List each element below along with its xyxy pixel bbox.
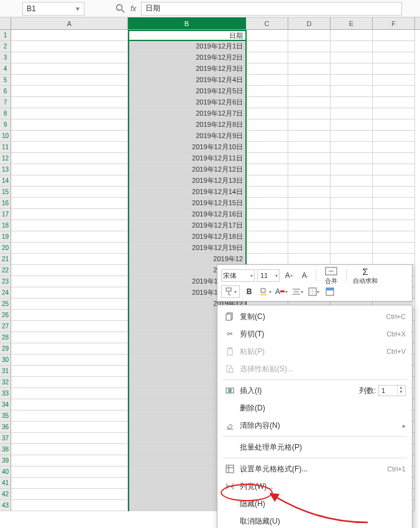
cell[interactable] <box>373 209 415 220</box>
row-header[interactable]: 20 <box>0 243 11 254</box>
cell[interactable] <box>11 489 128 500</box>
cell[interactable] <box>11 422 128 433</box>
cell[interactable] <box>331 209 373 220</box>
row-header[interactable]: 21 <box>0 254 11 265</box>
cell[interactable] <box>246 75 288 86</box>
cell[interactable] <box>11 198 128 209</box>
row-header[interactable]: 17 <box>0 209 11 220</box>
cell[interactable] <box>11 332 128 343</box>
cell[interactable] <box>11 41 128 52</box>
cell[interactable] <box>288 220 331 231</box>
row-header[interactable]: 38 <box>0 444 11 455</box>
cell[interactable] <box>288 97 331 108</box>
cell[interactable] <box>331 231 373 243</box>
cell[interactable] <box>11 366 128 377</box>
row-header[interactable]: 11 <box>0 142 11 153</box>
cell[interactable] <box>11 321 128 332</box>
cell[interactable]: 2019年12月8日 <box>128 119 246 131</box>
cell[interactable] <box>373 52 415 63</box>
cell[interactable] <box>11 287 128 299</box>
cell[interactable]: 2019年12月1日 <box>128 41 246 52</box>
cell[interactable] <box>11 243 128 254</box>
menu-cut[interactable]: ✂ 剪切(T) Ctrl+X <box>217 325 412 343</box>
row-header[interactable]: 35 <box>0 410 11 422</box>
cell[interactable] <box>11 30 128 41</box>
cell[interactable]: 2019年12月17日 <box>128 220 246 231</box>
cell[interactable]: 2019年12月5日 <box>128 86 246 97</box>
cell[interactable] <box>11 343 128 354</box>
menu-format-cells[interactable]: 设置单元格格式(F)... Ctrl+1 <box>217 460 412 478</box>
row-header[interactable]: 1 <box>0 30 11 41</box>
menu-hide[interactable]: 隐藏(H) <box>217 495 412 512</box>
cell[interactable] <box>11 63 128 75</box>
cell[interactable] <box>331 108 373 119</box>
cell[interactable] <box>331 97 373 108</box>
row-header[interactable]: 19 <box>0 231 11 243</box>
table-style-button[interactable] <box>323 285 337 298</box>
active-cell[interactable]: 日期 <box>128 30 247 41</box>
cell[interactable]: 2019年12月9日 <box>128 131 246 142</box>
cell[interactable] <box>331 198 373 209</box>
row-header[interactable]: 7 <box>0 97 11 108</box>
name-box-dropdown-icon[interactable]: ▾ <box>74 4 80 13</box>
row-header[interactable]: 14 <box>0 175 11 187</box>
row-header[interactable]: 8 <box>0 108 11 119</box>
row-header[interactable]: 18 <box>0 220 11 231</box>
cell[interactable] <box>331 254 373 265</box>
cell[interactable] <box>11 209 128 220</box>
cell[interactable] <box>11 97 128 108</box>
cell[interactable] <box>246 142 288 153</box>
cell[interactable] <box>373 131 415 142</box>
cell[interactable] <box>373 142 415 153</box>
cell[interactable] <box>288 209 331 220</box>
col-header-B[interactable]: B <box>128 17 246 29</box>
cell[interactable] <box>373 41 415 52</box>
cell[interactable] <box>11 52 128 63</box>
row-header[interactable]: 2 <box>0 41 11 52</box>
row-header[interactable]: 42 <box>0 489 11 500</box>
cell[interactable] <box>288 231 331 243</box>
fill-color-button[interactable]: ▾ <box>258 285 272 298</box>
row-header[interactable]: 39 <box>0 455 11 466</box>
cell[interactable] <box>288 86 331 97</box>
cell[interactable] <box>373 220 415 231</box>
cell[interactable] <box>11 276 128 287</box>
cell[interactable] <box>11 388 128 399</box>
cell[interactable] <box>288 164 331 175</box>
cell[interactable] <box>331 220 373 231</box>
name-box[interactable]: B1 ▾ <box>22 2 84 16</box>
font-decrease-button[interactable]: A- <box>298 269 312 282</box>
row-header[interactable]: 15 <box>0 187 11 198</box>
cell[interactable] <box>11 466 128 478</box>
cell[interactable] <box>331 142 373 153</box>
cell[interactable] <box>373 119 415 131</box>
cell[interactable] <box>331 131 373 142</box>
cell[interactable] <box>288 41 331 52</box>
cell[interactable] <box>246 198 288 209</box>
menu-insert[interactable]: 插入(I) 列数: 1 ▲▼ <box>217 382 412 399</box>
cell[interactable] <box>246 30 288 41</box>
fx-icon[interactable]: fx <box>130 4 136 13</box>
col-header-F[interactable]: F <box>373 17 415 29</box>
row-header[interactable]: 31 <box>0 366 11 377</box>
cell[interactable] <box>373 231 415 243</box>
row-header[interactable]: 27 <box>0 321 11 332</box>
bold-button[interactable]: B <box>242 285 256 298</box>
row-header[interactable]: 12 <box>0 153 11 164</box>
row-header[interactable]: 41 <box>0 478 11 489</box>
cell[interactable] <box>246 243 288 254</box>
menu-batch-cells[interactable]: 批量处理单元格(P) <box>217 438 412 456</box>
cell[interactable]: 2019年12月16日 <box>128 209 246 220</box>
row-header[interactable]: 34 <box>0 399 11 410</box>
row-header[interactable]: 36 <box>0 422 11 433</box>
cell[interactable] <box>11 444 128 455</box>
cell[interactable]: 2019年12月19日 <box>128 243 246 254</box>
cell[interactable] <box>11 187 128 198</box>
cell[interactable] <box>11 75 128 86</box>
cell[interactable]: 2019年12月7日 <box>128 108 246 119</box>
cell[interactable] <box>11 142 128 153</box>
menu-delete[interactable]: 删除(D) <box>217 399 412 417</box>
cell[interactable] <box>11 108 128 119</box>
cell[interactable] <box>246 108 288 119</box>
cell[interactable] <box>246 231 288 243</box>
